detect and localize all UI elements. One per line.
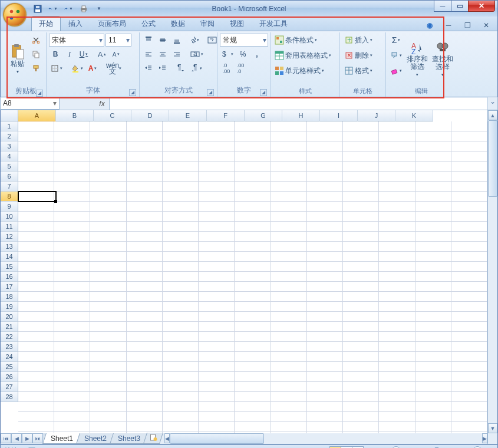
cell[interactable] [379, 262, 415, 272]
cell[interactable] [127, 292, 163, 302]
cell[interactable] [127, 252, 163, 262]
cell[interactable] [343, 121, 379, 131]
row-header[interactable]: 17 [1, 282, 18, 292]
cell[interactable] [415, 252, 451, 262]
cell[interactable] [379, 232, 415, 242]
align-right-button[interactable] [170, 48, 183, 61]
cell[interactable] [235, 212, 271, 222]
cell[interactable] [415, 412, 451, 422]
sheet-tab[interactable]: Sheet1 [42, 433, 81, 444]
cell[interactable] [235, 222, 271, 232]
align-top-button[interactable] [142, 34, 155, 47]
cell[interactable] [199, 192, 235, 202]
cell[interactable] [127, 141, 163, 151]
cell[interactable] [90, 202, 126, 212]
cell[interactable] [90, 322, 126, 332]
row-header[interactable]: 16 [1, 272, 18, 282]
dialog-launcher-icon[interactable]: ◢ [260, 89, 267, 96]
cell[interactable] [415, 292, 451, 302]
cell[interactable] [343, 382, 379, 392]
cell[interactable] [54, 342, 90, 352]
cell[interactable] [379, 182, 415, 192]
cell[interactable] [307, 362, 343, 372]
cell[interactable] [451, 392, 487, 402]
cell[interactable] [54, 172, 90, 182]
cell[interactable] [54, 232, 90, 242]
cell[interactable] [307, 131, 343, 141]
cell[interactable] [415, 322, 451, 332]
cell[interactable] [18, 252, 54, 262]
cell[interactable] [235, 242, 271, 252]
cell[interactable] [199, 332, 235, 342]
cell[interactable] [343, 272, 379, 282]
cell[interactable] [379, 252, 415, 262]
cell[interactable] [451, 262, 487, 272]
cell[interactable] [235, 202, 271, 212]
cell[interactable] [343, 322, 379, 332]
cell[interactable] [307, 322, 343, 332]
format-cells-button[interactable]: 格式▾ [342, 64, 382, 77]
cell[interactable] [163, 422, 199, 432]
cell[interactable] [199, 302, 235, 312]
scroll-right-button[interactable]: ▶ [482, 433, 487, 443]
cell[interactable] [307, 162, 343, 172]
cell[interactable] [163, 172, 199, 182]
increase-decimal-button[interactable]: .0.00 [220, 62, 233, 75]
cell[interactable] [415, 121, 451, 131]
cell[interactable] [199, 212, 235, 222]
fill-color-button[interactable]: ▾ [70, 62, 85, 75]
row-header[interactable]: 26 [1, 372, 18, 382]
tab-pagelayout[interactable]: 页面布局 [90, 16, 134, 31]
cell[interactable] [127, 352, 163, 362]
cell[interactable] [343, 332, 379, 342]
row-header[interactable]: 11 [1, 222, 18, 232]
cell[interactable] [235, 322, 271, 332]
cell[interactable] [343, 151, 379, 162]
cell[interactable] [415, 222, 451, 232]
macro-record-icon[interactable] [25, 444, 38, 448]
cell[interactable] [271, 392, 307, 402]
cell[interactable] [415, 232, 451, 242]
cell[interactable] [163, 402, 199, 412]
row-header[interactable]: 19 [1, 302, 18, 312]
cell[interactable] [271, 202, 307, 212]
cell[interactable] [451, 412, 487, 422]
cell[interactable] [163, 131, 199, 141]
rtl-button[interactable]: ¶▾ [189, 62, 204, 75]
cell[interactable] [307, 302, 343, 312]
cell[interactable] [271, 412, 307, 422]
cell[interactable] [90, 151, 126, 162]
delete-cells-button[interactable]: ×删除▾ [342, 49, 382, 62]
cell[interactable] [163, 312, 199, 322]
row-header[interactable]: 4 [1, 151, 18, 162]
cell[interactable] [199, 162, 235, 172]
cell[interactable] [451, 352, 487, 362]
cell[interactable] [54, 131, 90, 141]
cell[interactable] [54, 302, 90, 312]
row-header[interactable]: 12 [1, 232, 18, 242]
tab-formulas[interactable]: 公式 [134, 16, 163, 31]
merge-center-button[interactable]: a▾ [189, 48, 205, 61]
find-select-button[interactable]: 查找和 选择▾ [431, 34, 454, 85]
cell[interactable] [451, 172, 487, 182]
close-button[interactable]: ✕ [468, 1, 495, 12]
cell[interactable] [307, 412, 343, 422]
cell[interactable] [199, 121, 235, 131]
cell[interactable] [235, 262, 271, 272]
fill-button[interactable]: ▾ [388, 49, 404, 62]
cell[interactable] [307, 141, 343, 151]
cell[interactable] [199, 131, 235, 141]
cell[interactable] [163, 141, 199, 151]
cell[interactable] [415, 332, 451, 342]
cell[interactable] [163, 332, 199, 342]
cell[interactable] [379, 302, 415, 312]
cell[interactable] [54, 162, 90, 172]
cell[interactable] [415, 141, 451, 151]
orientation-button[interactable]: ab▾ [188, 34, 201, 47]
row-header[interactable]: 14 [1, 252, 18, 262]
cell[interactable] [307, 342, 343, 352]
cell[interactable] [451, 362, 487, 372]
cell[interactable] [451, 342, 487, 352]
cell[interactable] [307, 352, 343, 362]
cell[interactable] [199, 272, 235, 282]
